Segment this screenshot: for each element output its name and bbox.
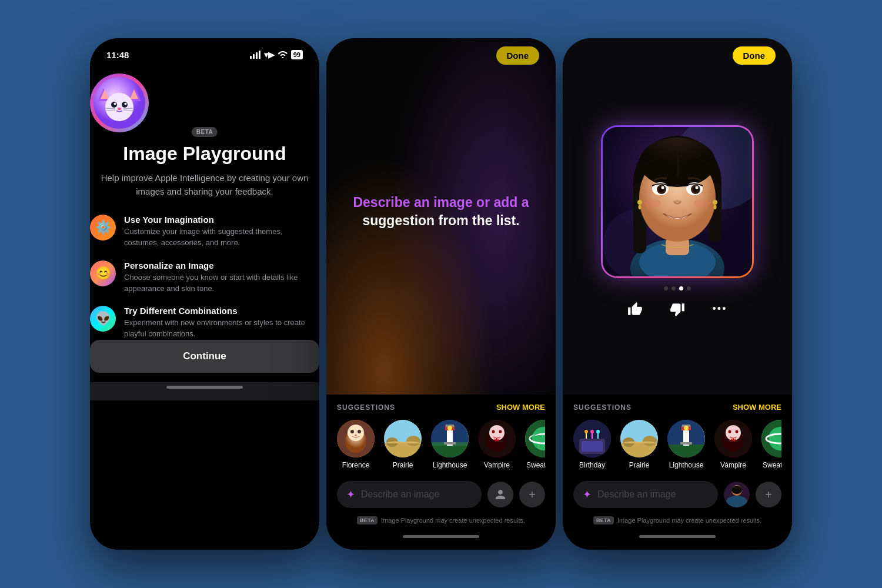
- svg-point-8: [114, 103, 116, 105]
- add-button-3[interactable]: +: [756, 482, 781, 507]
- status-time-1: 11:48: [106, 50, 129, 60]
- suggestion-label-lighthouse-3: Lighthouse: [669, 461, 704, 469]
- beta-tag-3: BETA: [593, 516, 614, 524]
- disclaimer-text-3: Image Playground may create unexpected r…: [617, 517, 761, 524]
- battery-indicator-1: 99: [291, 50, 303, 59]
- combinations-text: Try Different Combinations Experiment wi…: [124, 306, 319, 340]
- svg-point-32: [447, 426, 452, 430]
- suggestion-birthday[interactable]: Birthday: [573, 420, 611, 469]
- svg-point-19: [358, 430, 361, 433]
- phone-1-content: BETA Image Playground Help improve Apple…: [90, 68, 319, 382]
- suggestion-lighthouse[interactable]: Lighthouse: [431, 420, 469, 469]
- suggestion-vampire-3[interactable]: Vampire: [714, 420, 752, 469]
- status-bar-1: 11:48 ▾▶ 99: [90, 38, 319, 68]
- playground-subtitle: Help improve Apple Intelligence by creat…: [90, 172, 319, 198]
- playground-title: Image Playground: [90, 143, 319, 165]
- suggestion-label-prairie-3: Prairie: [629, 461, 650, 469]
- svg-point-63: [637, 200, 642, 205]
- show-more-3[interactable]: SHOW MORE: [733, 403, 781, 412]
- image-frame: [601, 125, 754, 278]
- svg-point-79: [643, 436, 657, 446]
- suggestions-label-2: SUGGESTIONS: [337, 403, 395, 412]
- combinations-icon: 👽: [90, 306, 116, 332]
- suggestions-header-3: SUGGESTIONS SHOW MORE: [573, 403, 781, 412]
- svg-point-62: [694, 199, 710, 208]
- suggestion-florence[interactable]: Florence: [337, 420, 375, 469]
- phone-3: Done: [563, 38, 792, 550]
- page-dots: [664, 286, 691, 290]
- svg-point-66: [714, 205, 717, 209]
- done-button-3[interactable]: Done: [733, 46, 776, 65]
- describe-input-3[interactable]: ✦ Describe an image: [573, 481, 718, 508]
- input-placeholder-2: Describe an image: [361, 489, 439, 500]
- avatar-container: BETA: [90, 74, 319, 132]
- suggestion-label-sweatband-3: Sweatband: [763, 461, 781, 469]
- suggestion-prairie[interactable]: Prairie: [384, 420, 422, 469]
- svg-rect-26: [431, 445, 469, 457]
- combinations-desc: Experiment with new environments or styl…: [124, 318, 319, 340]
- phone-3-screen: Done: [563, 38, 792, 550]
- personalize-text: Personalize an Image Choose someone you …: [124, 260, 319, 295]
- feature-item-imagination: ⚙️ Use Your Imagination Customize your i…: [90, 215, 319, 249]
- more-options-button[interactable]: •••: [707, 296, 733, 322]
- describe-input-2[interactable]: ✦ Describe an image: [337, 481, 482, 508]
- phone-1: 11:48 ▾▶ 99: [90, 38, 319, 550]
- suggestion-label-prairie: Prairie: [393, 461, 413, 469]
- svg-rect-97: [726, 496, 747, 507]
- feature-list: ⚙️ Use Your Imagination Customize your i…: [90, 215, 319, 340]
- thumbs-up-button[interactable]: [622, 296, 648, 322]
- suggestion-label-florence: Florence: [342, 461, 370, 469]
- signal-icon: [250, 51, 260, 59]
- person-button-2[interactable]: [487, 482, 513, 507]
- combinations-title: Try Different Combinations: [124, 306, 319, 316]
- svg-point-37: [499, 430, 502, 433]
- describe-area: Describe an image or add a suggestion fr…: [326, 38, 556, 385]
- svg-point-74: [590, 430, 594, 433]
- imagination-title: Use Your Imagination: [124, 215, 319, 225]
- wifi-icon: ▾▶: [264, 50, 275, 59]
- suggestion-thumb-birthday: [573, 420, 611, 457]
- svg-point-6: [111, 102, 117, 108]
- feature-item-personalize: 😊 Personalize an Image Choose someone yo…: [90, 260, 319, 295]
- suggestion-thumb-lighthouse: [431, 420, 469, 457]
- input-placeholder-3: Describe an image: [597, 489, 676, 500]
- phone-1-screen: 11:48 ▾▶ 99: [90, 38, 319, 550]
- svg-point-65: [713, 200, 717, 205]
- disclaimer-text-2: Image Playground may create unexpected r…: [381, 517, 525, 524]
- imagination-desc: Customize your image with suggested them…: [124, 226, 319, 249]
- done-button-2[interactable]: Done: [496, 46, 540, 65]
- suggestion-lighthouse-3[interactable]: Lighthouse: [667, 420, 705, 469]
- wifi-symbol: [278, 51, 288, 58]
- continue-button[interactable]: Continue: [90, 340, 319, 373]
- suggestion-vampire[interactable]: Vampire: [478, 420, 516, 469]
- thumbs-down-button[interactable]: [664, 296, 690, 322]
- svg-point-59: [696, 186, 699, 189]
- svg-point-90: [729, 430, 731, 433]
- svg-point-7: [122, 102, 128, 108]
- avatar-circle: [90, 74, 149, 132]
- action-row: •••: [622, 296, 733, 322]
- beta-disclaimer-3: BETA Image Playground may create unexpec…: [573, 513, 781, 533]
- svg-rect-31: [444, 442, 456, 445]
- suggestion-label-birthday: Birthday: [579, 461, 605, 469]
- input-bar-2: ✦ Describe an image +: [337, 474, 545, 513]
- status-bar-2: Done: [326, 38, 556, 69]
- svg-point-18: [350, 430, 354, 433]
- suggestions-header-2: SUGGESTIONS SHOW MORE: [337, 403, 545, 412]
- svg-rect-85: [680, 442, 692, 445]
- suggestion-thumb-sweatband: [525, 420, 545, 457]
- suggestion-prairie-3[interactable]: Prairie: [620, 420, 658, 469]
- home-indicator-3: [639, 535, 716, 538]
- suggestion-sweatband[interactable]: Sweatband: [525, 420, 545, 469]
- add-button-2[interactable]: +: [519, 482, 545, 507]
- dot-3-active: [679, 286, 683, 290]
- show-more-2[interactable]: SHOW MORE: [496, 403, 545, 412]
- svg-rect-81: [667, 445, 705, 457]
- person-avatar-button-3[interactable]: [724, 482, 750, 507]
- dot-1: [664, 286, 668, 290]
- suggestions-row-2: Florence Prairie Lighthouse: [337, 420, 545, 474]
- suggestion-thumb-vampire-3: [714, 420, 752, 457]
- personalize-desc: Choose someone you know or start with de…: [124, 272, 319, 295]
- suggestion-sweatband-3[interactable]: Sweatband: [761, 420, 781, 469]
- suggestion-thumb-sweatband-3: [761, 420, 781, 457]
